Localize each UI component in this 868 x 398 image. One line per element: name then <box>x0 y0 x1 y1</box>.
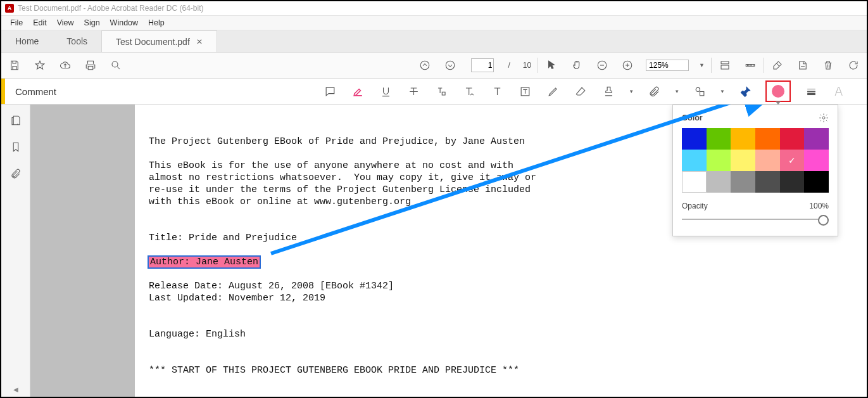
titlebar: A Test Document.pdf - Adobe Acrobat Read… <box>1 1 867 16</box>
zoom-select[interactable] <box>646 60 689 71</box>
current-color-dot <box>772 85 784 98</box>
page-gutter <box>30 105 135 397</box>
measure-icon[interactable] <box>743 58 757 72</box>
paperclip-icon[interactable] <box>9 167 23 181</box>
page-down-icon[interactable] <box>443 58 457 72</box>
text-style-icon[interactable] <box>831 84 846 99</box>
pencil-icon[interactable] <box>545 84 560 99</box>
stamp-icon[interactable] <box>601 84 616 99</box>
text-box-icon[interactable] <box>517 84 532 99</box>
attachment-icon[interactable] <box>646 84 662 99</box>
menu-help[interactable]: Help <box>143 18 170 27</box>
tab-document[interactable]: Test Document.pdf ✕ <box>101 30 217 52</box>
underline-icon[interactable] <box>378 84 393 99</box>
color-swatch[interactable] <box>731 128 755 150</box>
eraser-icon[interactable] <box>573 84 588 99</box>
zoom-in-icon[interactable] <box>620 58 634 72</box>
app-icon: A <box>5 4 14 13</box>
thumbnails-icon[interactable] <box>9 113 23 127</box>
page-up-icon[interactable] <box>418 58 432 72</box>
color-swatch[interactable] <box>804 128 829 150</box>
cloud-upload-icon[interactable] <box>58 58 72 72</box>
color-swatch[interactable] <box>682 128 707 150</box>
rail-handle-icon[interactable]: ◀ <box>13 386 18 393</box>
chevron-down-icon[interactable]: ▼ <box>699 62 705 68</box>
color-swatch[interactable] <box>731 171 755 193</box>
bookmark-icon[interactable] <box>9 140 23 154</box>
tab-bar: Home Tools Test Document.pdf ✕ <box>1 30 867 53</box>
chevron-down-icon[interactable]: ▼ <box>720 89 725 94</box>
star-icon[interactable] <box>33 58 47 72</box>
doc-updated-line: Last Updated: November 12, 2019 <box>149 293 325 304</box>
color-swatch[interactable] <box>731 150 755 171</box>
chevron-down-icon[interactable]: ▼ <box>629 89 634 94</box>
rotate-icon[interactable] <box>846 58 860 72</box>
color-swatch[interactable] <box>804 171 829 193</box>
pointer-icon[interactable] <box>544 58 558 72</box>
save-icon[interactable] <box>8 58 22 72</box>
color-swatch[interactable] <box>755 150 780 171</box>
hand-icon[interactable] <box>570 58 584 72</box>
chevron-down-icon[interactable]: ▼ <box>674 89 679 94</box>
highlighted-author[interactable]: Author: Jane Austen <box>149 257 260 267</box>
color-swatch[interactable] <box>780 171 805 193</box>
tab-home[interactable]: Home <box>1 30 53 52</box>
svg-point-0 <box>112 61 118 67</box>
color-swatch[interactable]: ✓ <box>780 150 805 171</box>
menu-sign[interactable]: Sign <box>79 18 105 27</box>
color-swatch[interactable] <box>780 128 805 150</box>
search-icon[interactable] <box>109 58 123 72</box>
color-panel-title: Color <box>682 113 703 122</box>
text-comment-icon[interactable] <box>489 84 505 99</box>
line-thickness-icon[interactable] <box>803 84 819 99</box>
highlight-icon[interactable] <box>350 84 365 99</box>
doc-paragraph: This eBook is for the use of anyone anyw… <box>149 160 536 207</box>
svg-point-2 <box>446 61 455 70</box>
page-sep: / <box>508 61 510 70</box>
fit-width-icon[interactable] <box>718 58 732 72</box>
page-total: 10 <box>523 61 531 70</box>
menu-view[interactable]: View <box>52 18 79 27</box>
zoom-out-icon[interactable] <box>595 58 609 72</box>
color-panel: Color ✓ Opacity 100% <box>672 105 838 236</box>
left-rail: ◀ <box>1 105 30 397</box>
sticky-note-icon[interactable] <box>322 84 337 99</box>
color-swatch[interactable] <box>707 171 731 193</box>
strikethrough-icon[interactable] <box>406 84 421 99</box>
shapes-icon[interactable] <box>692 84 707 99</box>
print-icon[interactable] <box>84 58 97 72</box>
color-picker-button[interactable] <box>765 80 791 102</box>
color-swatch[interactable] <box>682 150 707 171</box>
color-swatch[interactable] <box>755 171 780 193</box>
main-toolbar: / 10 ▼ <box>1 53 867 79</box>
color-swatch[interactable] <box>755 128 780 150</box>
gear-icon[interactable] <box>819 113 829 123</box>
menubar: File Edit View Sign Window Help <box>1 16 867 30</box>
menu-file[interactable]: File <box>5 18 28 27</box>
color-swatch[interactable] <box>804 150 829 171</box>
comment-label: Comment <box>15 86 56 97</box>
document-area[interactable]: The Project Gutenberg EBook of Pride and… <box>30 105 867 397</box>
page-number-input[interactable] <box>471 58 494 72</box>
replace-text-icon[interactable] <box>434 84 449 99</box>
pin-icon[interactable] <box>738 84 753 99</box>
svg-rect-7 <box>700 91 703 95</box>
menu-edit[interactable]: Edit <box>28 18 52 27</box>
opacity-value: 100% <box>809 202 829 210</box>
erase-icon[interactable] <box>771 58 784 72</box>
color-swatch[interactable] <box>707 150 731 171</box>
menu-window[interactable]: Window <box>105 18 143 27</box>
insert-text-icon[interactable] <box>462 84 477 99</box>
close-icon[interactable]: ✕ <box>196 37 203 46</box>
redact-icon[interactable] <box>796 58 810 72</box>
svg-point-8 <box>822 117 825 119</box>
svg-point-6 <box>696 87 700 91</box>
delete-icon[interactable] <box>821 58 835 72</box>
color-swatch[interactable] <box>707 128 731 150</box>
window-title: Test Document.pdf - Adobe Acrobat Reader… <box>18 4 203 13</box>
tab-tools[interactable]: Tools <box>53 30 101 52</box>
doc-title-line: Title: Pride and Prejudice <box>149 233 297 243</box>
color-swatch[interactable] <box>682 171 707 193</box>
comment-toolbar: Comment ▼ ▼ ▼ <box>1 79 867 105</box>
opacity-slider[interactable] <box>682 214 829 224</box>
